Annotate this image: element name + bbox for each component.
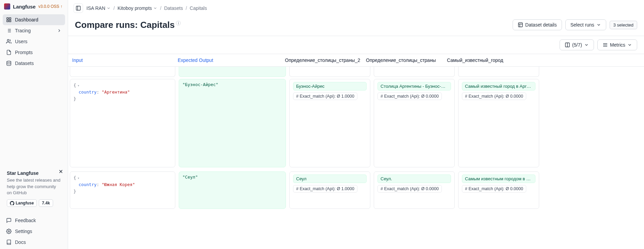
- users-icon: [6, 39, 12, 44]
- logo-icon: [4, 3, 10, 10]
- github-button[interactable]: Langfuse: [7, 199, 37, 207]
- chevron-down-icon[interactable]: ▾: [78, 84, 80, 87]
- columns-icon: [565, 42, 570, 48]
- sidebar-item-dashboard[interactable]: Dashboard: [3, 14, 65, 25]
- database-icon: [6, 61, 12, 66]
- star-card: ✕ Star Langfuse See the latest releases …: [3, 166, 65, 211]
- table-toolbar: (5/7) Metrics: [68, 36, 644, 54]
- info-icon[interactable]: i: [176, 21, 181, 26]
- table-row: [68, 67, 644, 77]
- table-row: {▾ country: "Южная Корея" } "Сеул" Сеул …: [68, 169, 644, 211]
- sidebar-item-label: Datasets: [15, 61, 34, 66]
- sidebar-item-tracing[interactable]: Tracing: [3, 25, 65, 36]
- table-row: {▾ country: "Аргентина" } "Буэнос-Айрес"…: [68, 77, 644, 169]
- sidebar-item-settings[interactable]: Settings: [3, 226, 65, 237]
- book-icon: [6, 239, 12, 245]
- panel-left-icon: [76, 5, 81, 11]
- svg-rect-13: [76, 6, 80, 10]
- sidebar-item-label: Tracing: [15, 28, 31, 33]
- select-runs-button[interactable]: Select runs: [565, 19, 606, 30]
- column-header-run3[interactable]: Самый_известный_город: [443, 54, 524, 66]
- svg-rect-2: [7, 20, 9, 22]
- sidebar-item-label: Dashboard: [15, 17, 38, 22]
- topbar: ISA RAN / Kitoboy prompts / Datasets / C…: [68, 0, 644, 17]
- star-desc: See the latest releases and help grow th…: [7, 177, 61, 196]
- cell-run[interactable]: Самым известным городом в Южн... # Exact…: [458, 171, 539, 209]
- sidebar-item-label: Users: [15, 39, 28, 44]
- svg-point-12: [8, 231, 10, 232]
- sidebar-item-prompts[interactable]: Prompts: [3, 47, 65, 58]
- cell-input[interactable]: {▾ country: "Южная Корея" }: [70, 171, 175, 209]
- github-stars-count[interactable]: 7.4k: [39, 199, 53, 207]
- svg-point-11: [7, 61, 11, 62]
- breadcrumb-org[interactable]: ISA RAN: [86, 5, 111, 11]
- chevron-down-icon: [584, 43, 589, 47]
- column-header-input[interactable]: Input: [68, 54, 174, 66]
- dataset-details-button[interactable]: Dataset details: [513, 19, 562, 30]
- page-title: Compare runs: Capitalsi: [75, 20, 181, 30]
- selected-count-badge: 3 selected: [610, 21, 637, 29]
- run-output: Сеул.: [377, 175, 451, 183]
- column-header-expected[interactable]: Expected Output: [174, 54, 281, 66]
- star-title: Star Langfuse: [7, 170, 61, 176]
- breadcrumb-item[interactable]: Capitals: [190, 5, 207, 11]
- table-header: Input Expected Output Определение_столиц…: [68, 54, 644, 67]
- svg-rect-0: [7, 18, 9, 19]
- metric-chip: # Exact_match (Api): Ø 0.0000: [462, 185, 526, 193]
- cell-run[interactable]: Буэнос-Айрес # Exact_match (Api): Ø 1.00…: [289, 79, 370, 167]
- run-output: Самым известным городом в Южн...: [462, 175, 535, 183]
- sidebar-item-users[interactable]: Users: [3, 36, 65, 47]
- metric-chip: # Exact_match (Api): Ø 1.0000: [293, 93, 357, 100]
- column-header-run2[interactable]: Определение_столицы_страны: [362, 54, 443, 66]
- cell-run[interactable]: Самый известный город в Аргенти... # Exa…: [458, 79, 539, 167]
- sidebar-item-label: Prompts: [15, 50, 33, 55]
- logo[interactable]: Langfuse v3.0.0 OSS ↑: [0, 0, 68, 13]
- cell-input[interactable]: {▾ country: "Аргентина" }: [70, 79, 175, 167]
- app-name: Langfuse: [13, 4, 36, 10]
- sidebar-item-docs[interactable]: Docs: [3, 237, 65, 248]
- app-version: v3.0.0 OSS ↑: [38, 4, 63, 9]
- compare-table: Input Expected Output Определение_столиц…: [68, 54, 644, 249]
- cell-run[interactable]: Столица Аргентины - Буэнос-Айрес. # Exac…: [374, 79, 455, 167]
- gear-icon: [6, 229, 12, 234]
- column-header-run1[interactable]: Определение_столицы_страны_2: [281, 54, 362, 66]
- sidebar-item-label: Settings: [15, 229, 32, 234]
- chevron-down-icon[interactable]: ▾: [78, 176, 80, 180]
- metrics-button[interactable]: Metrics: [597, 39, 637, 50]
- close-icon[interactable]: ✕: [59, 168, 63, 175]
- columns-button[interactable]: (5/7): [560, 39, 594, 50]
- sidebar-item-datasets[interactable]: Datasets: [3, 58, 65, 69]
- cell-expected[interactable]: "Буэнос-Айрес": [179, 79, 286, 167]
- metric-chip: # Exact_match (Api): Ø 0.0000: [377, 185, 442, 193]
- main: ISA RAN / Kitoboy prompts / Datasets / C…: [68, 0, 644, 249]
- run-output: Столица Аргентины - Буэнос-Айрес.: [377, 82, 451, 90]
- svg-point-10: [7, 39, 9, 41]
- sidebar: Langfuse v3.0.0 OSS ↑ Dashboard Tracing …: [0, 0, 68, 249]
- list-icon: [602, 42, 608, 48]
- chevron-right-icon: [57, 28, 62, 33]
- grid-icon: [6, 17, 12, 22]
- chevron-down-icon: [107, 6, 111, 10]
- svg-rect-15: [518, 23, 522, 27]
- layout-icon: [518, 22, 523, 28]
- github-icon: [10, 201, 14, 205]
- chevron-down-icon: [153, 6, 157, 10]
- file-icon: [6, 50, 12, 55]
- run-output: Буэнос-Айрес: [293, 82, 367, 90]
- chevron-down-icon: [627, 43, 632, 47]
- breadcrumb-section[interactable]: Datasets: [164, 5, 183, 11]
- metric-chip: # Exact_match (Api): Ø 1.0000: [293, 185, 357, 193]
- sidebar-toggle-button[interactable]: [74, 3, 83, 13]
- chevron-down-icon: [596, 22, 601, 27]
- cell-run[interactable]: Сеул. # Exact_match (Api): Ø 0.0000: [374, 171, 455, 209]
- run-output: Сеул: [293, 175, 367, 183]
- sidebar-item-feedback[interactable]: Feedback: [3, 215, 65, 226]
- breadcrumb-project[interactable]: Kitoboy prompts: [117, 5, 157, 11]
- cell-expected[interactable]: "Сеул": [179, 171, 286, 209]
- sidebar-item-label: Docs: [15, 239, 26, 245]
- title-row: Compare runs: Capitalsi Dataset details …: [68, 17, 644, 36]
- svg-rect-3: [9, 20, 11, 22]
- metric-chip: # Exact_match (Api): Ø 0.0000: [462, 93, 526, 100]
- cell-run[interactable]: Сеул # Exact_match (Api): Ø 1.0000: [289, 171, 370, 209]
- svg-rect-1: [9, 18, 11, 19]
